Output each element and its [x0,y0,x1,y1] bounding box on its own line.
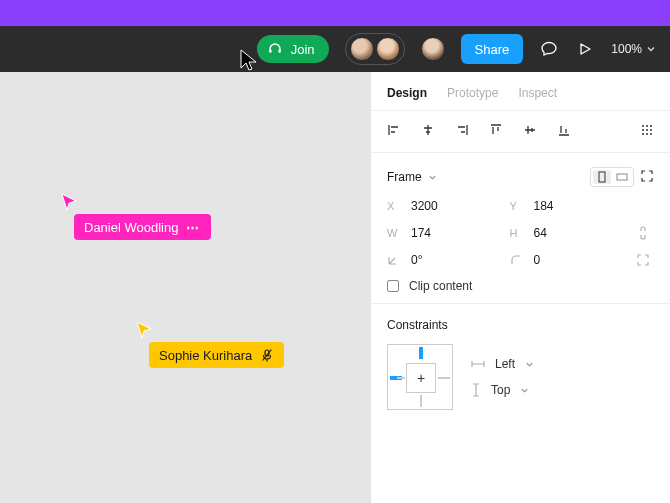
mic-muted-icon [260,348,274,362]
angle-icon [387,254,401,266]
align-bottom-icon[interactable] [557,123,571,140]
align-left-icon[interactable] [387,123,401,140]
avatar-current-user[interactable] [421,37,445,61]
checkbox-icon [387,280,399,292]
constraints-title: Constraints [387,318,654,332]
portrait-icon [593,170,611,184]
zoom-value: 100% [611,42,642,56]
independent-corners-icon[interactable] [632,253,654,267]
alignment-toolbar [371,111,670,153]
constrain-proportions-icon[interactable] [632,225,654,241]
svg-point-4 [646,125,648,127]
collaborator-name: Sophie Kurihara [159,348,252,363]
canvas[interactable]: Daniel Woodling ⋯ Sophie Kurihara [0,72,370,503]
share-button[interactable]: Share [461,34,524,64]
rotation-field[interactable]: 0° [387,253,510,267]
resize-to-fit-icon[interactable] [640,169,654,186]
collaborator-name: Daniel Woodling [84,220,178,235]
svg-point-8 [650,129,652,131]
avatar[interactable] [350,37,374,61]
content-area: Daniel Woodling ⋯ Sophie Kurihara [0,72,670,503]
horizontal-icon [471,359,485,369]
join-label: Join [291,42,315,57]
align-vcenter-icon[interactable] [523,123,537,140]
svg-point-9 [642,133,644,135]
chevron-down-icon [525,360,534,369]
svg-point-11 [650,133,652,135]
svg-rect-0 [269,50,271,53]
svg-point-5 [650,125,652,127]
svg-point-10 [646,133,648,135]
align-hcenter-icon[interactable] [421,123,435,140]
chevron-down-icon [520,386,529,395]
avatar[interactable] [376,37,400,61]
landscape-icon [613,170,631,184]
chevron-down-icon [646,44,656,54]
more-icon: ⋯ [186,220,201,235]
frame-section: Frame X3200 Y184 [371,153,670,304]
pointer-icon [135,320,155,340]
avatar-group[interactable] [345,33,405,65]
align-top-icon[interactable] [489,123,503,140]
tab-design[interactable]: Design [387,86,427,100]
pointer-icon [60,192,80,212]
collaborator-cursor: Sophie Kurihara [135,320,284,368]
svg-point-6 [642,129,644,131]
tab-prototype[interactable]: Prototype [447,86,498,100]
play-icon[interactable] [575,39,595,59]
collaborator-label[interactable]: Sophie Kurihara [149,342,284,368]
constraints-section: Constraints + [371,304,670,420]
chevron-down-icon [428,173,437,182]
frame-title-dropdown[interactable]: Frame [387,170,437,184]
constraint-vertical-dropdown[interactable]: Top [471,383,534,397]
y-field[interactable]: Y184 [510,199,633,213]
panel-tabs: Design Prototype Inspect [371,72,670,111]
corner-radius-icon [510,254,524,266]
plus-icon: + [417,371,425,385]
svg-rect-13 [617,174,627,180]
height-field[interactable]: H64 [510,226,633,240]
inspector-panel: Design Prototype Inspect [370,72,670,503]
vertical-icon [471,383,481,397]
svg-point-3 [642,125,644,127]
join-button[interactable]: Join [257,35,329,63]
corner-radius-field[interactable]: 0 [510,253,633,267]
collaborator-cursor: Daniel Woodling ⋯ [60,192,211,240]
headset-icon [267,41,283,57]
zoom-select[interactable]: 100% [611,42,656,56]
align-right-icon[interactable] [455,123,469,140]
toolbar: Join Share 100% [0,26,670,72]
constraints-picker[interactable]: + [387,344,453,410]
x-field[interactable]: X3200 [387,199,510,213]
collaborator-label[interactable]: Daniel Woodling ⋯ [74,214,211,240]
constraint-horizontal-dropdown[interactable]: Left [471,357,534,371]
tab-inspect[interactable]: Inspect [518,86,557,100]
clip-content-checkbox[interactable]: Clip content [387,279,654,293]
svg-rect-1 [278,50,280,53]
width-field[interactable]: W174 [387,226,510,240]
svg-rect-12 [599,172,605,182]
app-window: Join Share 100% [0,26,670,503]
orientation-toggle[interactable] [590,167,634,187]
tidy-up-icon[interactable] [640,123,654,140]
comment-icon[interactable] [539,39,559,59]
svg-point-7 [646,129,648,131]
